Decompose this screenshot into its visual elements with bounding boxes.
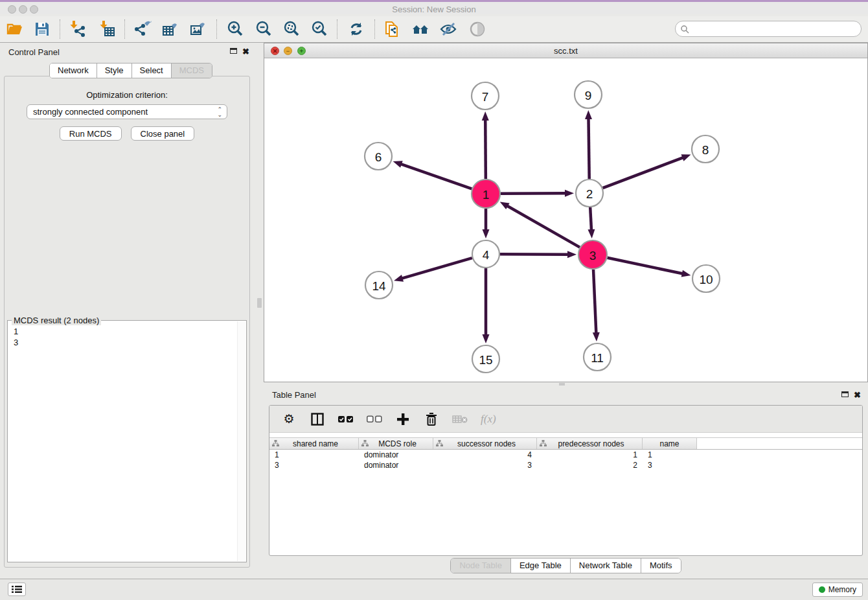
- graph-edge-1-6[interactable]: [400, 164, 472, 189]
- close-table-panel-icon[interactable]: ✖: [854, 391, 861, 398]
- graph-edge-2-9[interactable]: [588, 118, 589, 179]
- search-input[interactable]: [689, 23, 861, 36]
- cell-mcds-role: dominator: [359, 450, 433, 460]
- toolbar-separator: [60, 19, 60, 39]
- control-panel: Control Panel ✖ Network Style Select MCD…: [0, 43, 254, 579]
- cell-successor-nodes: 3: [433, 460, 537, 470]
- add-column-plus-icon[interactable]: [395, 411, 411, 427]
- graph-edge-arrowhead: [593, 332, 600, 341]
- graph-edge-arrowhead: [483, 229, 490, 238]
- column-settings-gear-icon[interactable]: ⚙: [281, 411, 297, 427]
- zoom-in-icon[interactable]: [226, 20, 244, 38]
- tab-node-table[interactable]: Node Table: [451, 559, 510, 573]
- application-window: { "window": { "title": "Session: New Ses…: [0, 0, 868, 600]
- open-file-icon[interactable]: [6, 20, 24, 38]
- close-panel-icon[interactable]: ✖: [242, 48, 249, 55]
- float-panel-icon[interactable]: [230, 48, 237, 54]
- column-header-mcds-role[interactable]: MCDS role: [359, 438, 433, 449]
- float-table-panel-icon[interactable]: [841, 391, 849, 397]
- sort-hierarchy-icon: [272, 440, 279, 447]
- tab-network[interactable]: Network: [50, 63, 97, 78]
- vertical-split-handle[interactable]: [257, 298, 262, 308]
- column-header-shared-name[interactable]: shared name: [269, 438, 359, 449]
- graph-node-label: 3: [589, 249, 597, 262]
- table-tabs: Node Table Edge Table Network Table Moti…: [264, 558, 868, 573]
- titlebar: Session: New Session: [0, 0, 868, 14]
- zoom-fit-icon[interactable]: [282, 20, 301, 38]
- delete-column-trash-icon[interactable]: [424, 411, 439, 427]
- zoom-selected-icon[interactable]: [310, 20, 328, 38]
- main-toolbar: [0, 16, 868, 43]
- graph-edge-3-10[interactable]: [608, 258, 683, 274]
- export-image-icon[interactable]: [189, 20, 207, 38]
- export-table-icon[interactable]: [161, 20, 179, 38]
- graph-edge-arrowhead: [394, 275, 404, 282]
- graph-edge-arrowhead: [482, 111, 489, 121]
- duplicate-network-icon[interactable]: [383, 20, 402, 38]
- tab-select[interactable]: Select: [131, 63, 171, 78]
- sort-hierarchy-icon: [361, 440, 369, 447]
- graph-edge-arrowhead: [588, 229, 595, 238]
- cell-predecessor-nodes: 2: [537, 460, 643, 470]
- cell-name: 3: [643, 460, 697, 470]
- memory-button[interactable]: Memory: [812, 583, 863, 597]
- control-panel-tabs: Network Style Select MCDS: [49, 63, 212, 78]
- graph-edge-2-8[interactable]: [603, 157, 684, 188]
- graph-node-label: 14: [372, 279, 386, 293]
- split-panel-icon[interactable]: [310, 411, 325, 427]
- graph-edge-1-7[interactable]: [485, 119, 486, 179]
- tab-mcds[interactable]: MCDS: [171, 63, 212, 78]
- graph-edge-4-14[interactable]: [402, 258, 472, 279]
- zoom-out-icon[interactable]: [255, 20, 273, 38]
- export-network-icon[interactable]: [133, 20, 152, 38]
- graph-edge-1-2[interactable]: [501, 193, 566, 194]
- task-history-button[interactable]: [8, 583, 26, 596]
- search-field[interactable]: [675, 21, 862, 37]
- column-header-name[interactable]: name: [643, 438, 697, 449]
- column-header-predecessor-nodes[interactable]: predecessor nodes: [537, 438, 643, 449]
- tab-style[interactable]: Style: [97, 63, 131, 78]
- result-scrollbar[interactable]: [237, 321, 246, 561]
- table-row[interactable]: 3 dominator 3 2 3: [269, 460, 862, 470]
- graph-node-label: 10: [699, 273, 713, 286]
- save-session-icon[interactable]: [33, 20, 51, 38]
- run-mcds-button[interactable]: Run MCDS: [60, 126, 122, 141]
- sort-hierarchy-icon: [540, 440, 547, 447]
- graph-node-label: 8: [702, 143, 709, 157]
- cell-shared-name: 3: [269, 460, 359, 470]
- graph-node-label: 11: [591, 351, 604, 365]
- graph-edge-arrowhead: [681, 270, 691, 277]
- graph-edge-2-3[interactable]: [590, 207, 591, 231]
- graph-edge-3-1[interactable]: [507, 205, 580, 247]
- network-window-titlebar[interactable]: ✕ − + scc.txt: [264, 43, 867, 58]
- hide-selected-eye-icon[interactable]: [439, 20, 457, 38]
- toolbar-separator: [374, 19, 375, 39]
- graph-node-label: 2: [586, 187, 593, 201]
- table-toolbar: ⚙ f(x): [269, 406, 862, 433]
- graph-edge-arrowhead: [567, 251, 577, 258]
- import-network-icon[interactable]: [69, 20, 87, 38]
- tab-network-table[interactable]: Network Table: [570, 559, 641, 573]
- network-canvas[interactable]: 1234678910111415: [264, 59, 867, 382]
- search-icon: [680, 25, 689, 34]
- sort-hierarchy-icon: [436, 440, 443, 447]
- tab-motifs[interactable]: Motifs: [641, 559, 681, 573]
- edge-label-mark: [535, 192, 540, 194]
- criterion-select-value: strongly connected component: [33, 107, 148, 117]
- deselect-all-icon[interactable]: [367, 411, 382, 427]
- select-all-icon[interactable]: [338, 411, 354, 427]
- graph-node-label: 6: [375, 150, 382, 164]
- graph-edge-4-3[interactable]: [500, 254, 569, 255]
- table-row[interactable]: 1 dominator 4 1 1: [269, 450, 862, 460]
- graph-edge-arrowhead: [483, 334, 490, 343]
- refresh-icon[interactable]: [347, 20, 365, 38]
- graph-edge-3-11[interactable]: [593, 270, 596, 334]
- criterion-select[interactable]: strongly connected component ⌃⌄: [27, 104, 227, 119]
- window-title: Session: New Session: [0, 5, 868, 14]
- import-table-icon[interactable]: [98, 20, 117, 38]
- column-header-successor-nodes[interactable]: successor nodes: [433, 438, 537, 449]
- tab-edge-table[interactable]: Edge Table: [510, 559, 570, 573]
- close-panel-button[interactable]: Close panel: [131, 126, 195, 141]
- mcds-result-list[interactable]: 1 3: [8, 321, 246, 353]
- first-neighbors-icon[interactable]: [411, 20, 429, 38]
